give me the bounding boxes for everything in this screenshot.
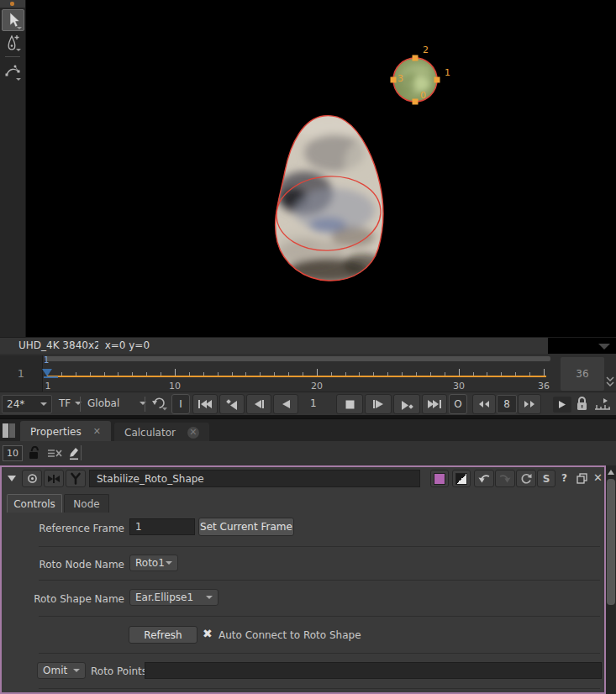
render-timeline-button[interactable] — [594, 397, 611, 411]
tab-close-icon[interactable]: ✕ — [93, 426, 101, 437]
close-all-panels-button[interactable] — [47, 448, 62, 459]
chevron-double-down-icon[interactable] — [605, 376, 615, 387]
reference-frame-label: Reference Frame — [2, 523, 124, 534]
timeline-major-tick-36 — [544, 369, 545, 376]
tab-close-icon[interactable]: ✕ — [187, 427, 199, 439]
node-color-button[interactable] — [430, 470, 449, 487]
goto-end-button[interactable] — [422, 394, 447, 414]
set-out-point-button[interactable]: O — [449, 394, 467, 414]
tool-flyout-caret — [17, 27, 22, 29]
reference-frame-field[interactable]: 1 — [129, 518, 195, 535]
play-backward-button[interactable] — [273, 394, 298, 414]
frame-range-value: Global — [87, 397, 119, 409]
max-panels-field[interactable]: 10 — [3, 445, 23, 461]
render-ruler-icon — [594, 397, 611, 411]
roto-points-field[interactable] — [145, 662, 602, 679]
timeline-playhead[interactable] — [42, 369, 52, 376]
goto-start-icon — [197, 399, 213, 409]
fps-combo[interactable]: 24* — [2, 395, 52, 413]
tool-flyout-caret — [16, 49, 21, 51]
float-panel-button[interactable] — [577, 473, 587, 484]
lock-panels-button[interactable] — [28, 445, 41, 460]
auto-connect-checkbox[interactable]: ✖ — [203, 627, 213, 640]
script-button[interactable]: S — [537, 470, 555, 487]
edit-node-names-button[interactable] — [67, 445, 80, 460]
curve-edit-tool-button[interactable] — [2, 61, 23, 81]
node-name-field[interactable]: Stabilize_Roto_Shape — [89, 470, 420, 487]
timeline[interactable]: 1 1 1 10 20 30 36 36 — [0, 354, 616, 392]
redo-button[interactable] — [495, 470, 515, 487]
roto-node-dropdown[interactable]: Roto1 — [129, 555, 178, 571]
properties-toolbar: 10 — [0, 441, 616, 465]
scroll-up-arrow-icon[interactable] — [608, 470, 614, 475]
timeline-frame-range-bar[interactable] — [47, 376, 546, 377]
stop-button[interactable] — [336, 394, 363, 414]
goto-start-button[interactable] — [192, 394, 218, 414]
timeline-end-frame-field[interactable]: 36 — [561, 357, 604, 391]
moth-icon — [46, 473, 61, 485]
timeline-mode-dropdown[interactable]: TF — [59, 397, 82, 409]
help-button[interactable]: ? — [561, 472, 567, 484]
close-all-icon — [47, 448, 62, 459]
hide-input-button[interactable] — [44, 470, 64, 487]
roto-shapes-overlay[interactable] — [0, 0, 616, 337]
lock-range-button[interactable] — [576, 396, 588, 412]
tab-properties[interactable]: Properties ✕ — [20, 421, 111, 442]
frame-increment-value: 8 — [503, 398, 510, 410]
advanced-settings-button[interactable] — [66, 470, 86, 487]
viewer-coords-label: x=0 y=0 — [105, 339, 150, 351]
roto-point-label-1: 1 — [445, 67, 450, 78]
bezier-pen-tool-button[interactable] — [2, 32, 23, 52]
playback-loop-button[interactable] — [150, 396, 169, 411]
undo-button[interactable] — [474, 470, 494, 487]
dropdown-caret-icon — [206, 596, 213, 599]
timeline-mode-value: TF — [59, 397, 71, 409]
toolbar-drag-handle[interactable] — [0, 0, 25, 8]
next-keyframe-button[interactable] — [393, 394, 420, 414]
center-viewer-button[interactable] — [22, 470, 42, 487]
timeline-start-frame-field[interactable]: 1 — [0, 355, 43, 392]
tab-node[interactable]: Node — [64, 494, 109, 513]
viewer-menu-caret-icon[interactable] — [598, 344, 610, 350]
frame-increment-button[interactable] — [518, 394, 541, 414]
in-point-label: I — [179, 398, 182, 410]
panel-scrollbar[interactable] — [606, 465, 616, 694]
tab-calculator[interactable]: Calculator ✕ — [114, 423, 209, 442]
set-in-point-button[interactable]: I — [171, 394, 190, 414]
roto-point-label-0: 0 — [420, 90, 426, 101]
play-forward-button[interactable] — [365, 394, 392, 414]
set-current-frame-button[interactable]: Set Current Frame — [198, 518, 294, 536]
reference-frame-value: 1 — [135, 521, 142, 533]
pane-layout-icon[interactable] — [3, 423, 8, 438]
tool-flyout-caret — [16, 78, 21, 81]
transport-divider — [145, 397, 145, 412]
flipbook-play-icon — [558, 400, 566, 409]
select-tool-button[interactable] — [2, 9, 24, 31]
roto-shape-name-label: Roto Shape Name — [2, 593, 124, 605]
viewer-canvas[interactable]: 2 1 3 0 — [0, 0, 616, 337]
frame-decrement-button[interactable] — [472, 394, 496, 414]
roto-shape-dropdown[interactable]: Ear.Ellipse1 — [129, 589, 218, 606]
close-panel-button[interactable]: ✕ — [593, 471, 603, 484]
refresh-button[interactable]: Refresh — [129, 626, 197, 644]
current-frame-readout[interactable]: 1 — [310, 397, 317, 409]
frame-range-dropdown[interactable]: Global — [87, 397, 146, 409]
timeline-tick-label-1: 1 — [45, 381, 51, 392]
tab-controls[interactable]: Controls — [7, 494, 62, 513]
timeline-playhead-frame-label: 1 — [44, 355, 49, 365]
step-back-icon — [253, 399, 265, 409]
timeline-playhead-underline — [44, 376, 58, 378]
timeline-scroll-strip[interactable] — [45, 356, 550, 361]
revert-button[interactable] — [516, 470, 536, 487]
step-back-button[interactable] — [246, 394, 271, 414]
panel-collapse-caret[interactable] — [8, 476, 16, 481]
roto-handle-right — [434, 77, 440, 83]
frame-increment-field[interactable]: 8 — [497, 395, 517, 413]
fps-caret-icon — [40, 402, 47, 406]
scrollbar-thumb[interactable] — [607, 479, 615, 605]
pane-layout-icon — [9, 423, 15, 438]
roto-points-mode-dropdown[interactable]: Omit — [37, 662, 86, 679]
gl-color-button[interactable] — [452, 470, 471, 487]
flipbook-button[interactable] — [553, 397, 571, 413]
prev-keyframe-button[interactable] — [219, 394, 245, 414]
